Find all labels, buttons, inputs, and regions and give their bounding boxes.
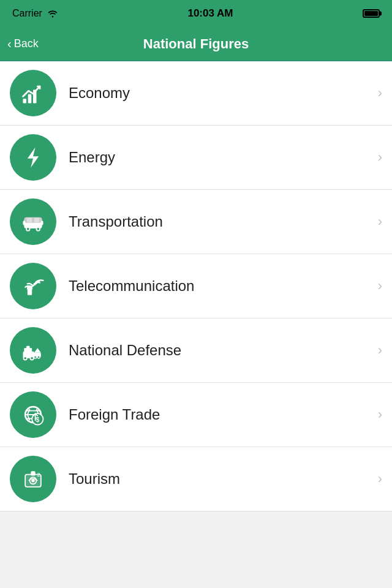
svg-rect-38 — [31, 471, 35, 475]
back-chevron-icon: ‹ — [7, 37, 12, 51]
tourism-label: Tourism — [69, 470, 372, 488]
economy-chevron-icon: › — [378, 85, 382, 101]
economy-icon-circle — [10, 70, 56, 116]
back-button[interactable]: ‹ Back — [7, 37, 39, 51]
svg-point-37 — [31, 479, 35, 483]
list-item-energy[interactable]: Energy › — [0, 126, 392, 190]
status-bar: Carrier 10:03 AM — [0, 0, 392, 27]
svg-rect-15 — [28, 290, 32, 295]
transportation-chevron-icon: › — [378, 214, 382, 230]
category-list: Economy › Energy › Transportation › — [0, 61, 392, 511]
energy-icon-circle — [10, 134, 56, 181]
svg-point-25 — [38, 356, 40, 358]
energy-label: Energy — [69, 149, 372, 166]
list-item-transportation[interactable]: Transportation › — [0, 190, 392, 254]
svg-point-20 — [31, 357, 33, 360]
svg-rect-0 — [23, 99, 27, 103]
foreign-trade-icon-svg: $ — [20, 401, 47, 428]
status-bar-left: Carrier — [12, 8, 58, 19]
tourism-chevron-icon: › — [378, 471, 382, 487]
svg-rect-5 — [24, 217, 42, 223]
wifi-icon — [47, 9, 58, 18]
telecommunication-label: Telecommunication — [69, 277, 372, 295]
national-defense-label: National Defense — [69, 342, 372, 359]
battery-icon — [363, 9, 380, 18]
svg-point-11 — [37, 228, 39, 230]
foreign-trade-chevron-icon: › — [378, 407, 382, 423]
carrier-label: Carrier — [12, 8, 42, 19]
foreign-trade-icon-circle: $ — [10, 391, 56, 438]
status-bar-time: 10:03 AM — [187, 7, 233, 20]
svg-text:2: 2 — [37, 472, 40, 478]
svg-rect-1 — [28, 94, 32, 104]
energy-chevron-icon: › — [378, 149, 382, 165]
economy-icon-svg — [20, 80, 47, 107]
tourism-icon-svg: 2 — [20, 466, 47, 492]
svg-rect-6 — [27, 218, 32, 222]
list-item-national-defense[interactable]: National Defense › — [0, 318, 392, 383]
tourism-icon-circle: 2 — [10, 456, 56, 502]
page-title: National Figures — [143, 36, 249, 52]
svg-rect-7 — [34, 218, 39, 222]
svg-point-19 — [24, 357, 26, 360]
nav-bar: ‹ Back National Figures — [0, 27, 392, 61]
transportation-icon-svg — [20, 208, 47, 235]
list-item-telecommunication[interactable]: Telecommunication › — [0, 254, 392, 318]
telecommunication-icon-circle — [10, 263, 56, 309]
telecommunication-chevron-icon: › — [378, 278, 382, 294]
svg-point-10 — [27, 228, 29, 230]
telecommunication-icon-svg — [20, 273, 47, 300]
svg-rect-12 — [23, 221, 26, 225]
national-defense-chevron-icon: › — [378, 342, 382, 358]
list-item-tourism[interactable]: 2 Tourism › — [0, 447, 392, 511]
transportation-icon-circle — [10, 198, 56, 245]
national-defense-icon-circle — [10, 327, 56, 374]
svg-text:$: $ — [36, 416, 39, 423]
list-item-foreign-trade[interactable]: $ Foreign Trade › — [0, 383, 392, 447]
transportation-label: Transportation — [69, 213, 372, 230]
svg-rect-27 — [26, 346, 30, 350]
back-label[interactable]: Back — [14, 37, 39, 50]
svg-rect-13 — [41, 221, 43, 225]
national-defense-icon-svg — [20, 337, 47, 364]
foreign-trade-label: Foreign Trade — [69, 406, 372, 423]
list-item-economy[interactable]: Economy › — [0, 61, 392, 126]
status-bar-right — [363, 9, 380, 18]
energy-icon-svg — [20, 144, 47, 171]
economy-label: Economy — [69, 85, 372, 102]
svg-point-24 — [34, 356, 36, 358]
svg-marker-3 — [28, 148, 39, 168]
